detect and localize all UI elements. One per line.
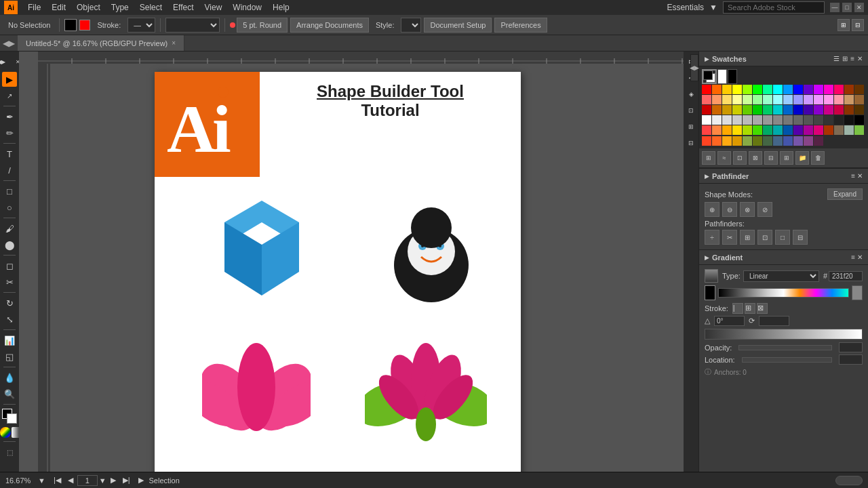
gradient-black-stop[interactable]: [705, 285, 715, 300]
menu-view[interactable]: View: [200, 1, 227, 14]
blob-brush-tool[interactable]: ⬤: [2, 237, 17, 252]
swatch-item[interactable]: [702, 136, 711, 146]
swatch-item[interactable]: [732, 115, 742, 125]
pencil-tool[interactable]: ✏: [2, 125, 17, 140]
panel-collapse-handle[interactable]: ◀▶: [690, 54, 698, 81]
swatch-item[interactable]: [844, 115, 854, 125]
zoom-tool[interactable]: 🔍: [2, 386, 17, 401]
swatch-item[interactable]: [834, 115, 844, 125]
pathfinder-collapse-arrow[interactable]: ▶: [705, 173, 709, 180]
swatch-tool-4[interactable]: ⊠: [749, 151, 762, 165]
stroke-select[interactable]: —: [127, 18, 155, 33]
swatch-item[interactable]: [783, 105, 793, 115]
ai-logo-menu[interactable]: Ai: [4, 1, 18, 14]
eraser-tool[interactable]: ◻: [2, 258, 17, 273]
menu-window[interactable]: Window: [228, 1, 267, 14]
page-dropdown-icon[interactable]: ▼: [99, 476, 106, 485]
align-icon[interactable]: ⊞: [837, 19, 850, 31]
swatch-item[interactable]: [763, 115, 772, 125]
menu-edit[interactable]: Edit: [47, 1, 71, 14]
swatch-item[interactable]: [804, 105, 813, 115]
close-button[interactable]: ✕: [854, 3, 864, 12]
swatch-item[interactable]: [743, 105, 752, 115]
dock-tool-6[interactable]: ⊟: [684, 136, 698, 150]
swatch-item[interactable]: [722, 115, 732, 125]
page-input[interactable]: [77, 475, 98, 486]
swatch-item[interactable]: [753, 115, 762, 125]
dock-tool-4[interactable]: ⊡: [684, 103, 698, 118]
swatch-item[interactable]: [814, 125, 823, 135]
swatch-item[interactable]: [773, 105, 783, 115]
gradient-color-bar[interactable]: [718, 288, 849, 298]
swatch-tool-5[interactable]: ⊟: [764, 151, 778, 165]
swatch-item[interactable]: [854, 115, 864, 125]
swatch-item[interactable]: [824, 105, 833, 115]
swatch-item[interactable]: [773, 115, 783, 125]
crop-btn[interactable]: ⊡: [757, 230, 772, 245]
stroke-btn-2[interactable]: ⊞: [745, 303, 755, 314]
swatch-tool-7[interactable]: 📁: [795, 151, 809, 165]
swatch-item[interactable]: [783, 85, 793, 94]
stroke-color-box[interactable]: [79, 20, 90, 30]
swatch-item[interactable]: [834, 105, 844, 115]
minus-back-btn[interactable]: ⊟: [793, 230, 808, 245]
pathfinder-close-icon[interactable]: ✕: [857, 172, 863, 180]
swatch-item[interactable]: [712, 136, 722, 146]
exclude-btn[interactable]: ⊘: [757, 202, 772, 217]
swatch-item[interactable]: [763, 85, 772, 94]
swatch-item[interactable]: [732, 85, 742, 94]
swatch-item[interactable]: [712, 95, 722, 104]
arrange-documents-btn[interactable]: Arrange Documents: [290, 18, 369, 33]
intersect-btn[interactable]: ⊗: [740, 202, 755, 217]
eyedropper-tool[interactable]: 💧: [2, 370, 17, 385]
color-mode-btn[interactable]: [0, 427, 11, 438]
menu-select[interactable]: Select: [135, 1, 167, 14]
outline-btn[interactable]: □: [775, 230, 790, 245]
swatches-close-icon[interactable]: ✕: [857, 55, 863, 62]
gradient-preview-box[interactable]: [705, 269, 718, 283]
swatch-tool-8[interactable]: 🗑: [811, 151, 825, 165]
swatch-item[interactable]: [824, 125, 833, 135]
divide-btn[interactable]: ÷: [705, 230, 719, 245]
swatch-item[interactable]: [814, 105, 823, 115]
swatch-item[interactable]: [722, 136, 732, 146]
first-page-btn[interactable]: |◀: [51, 475, 64, 485]
zoom-dropdown-icon[interactable]: ▼: [38, 476, 45, 485]
swatch-tool-6[interactable]: ⊞: [780, 151, 793, 165]
play-btn[interactable]: ▶: [138, 476, 144, 485]
graph-tool[interactable]: 📊: [2, 333, 17, 348]
swatch-item[interactable]: [702, 85, 711, 94]
swatch-item[interactable]: [854, 125, 864, 135]
dock-tool-3[interactable]: ◈: [684, 87, 698, 102]
swatch-item[interactable]: [722, 85, 732, 94]
angle-input[interactable]: [714, 316, 745, 326]
swatch-item[interactable]: [732, 136, 742, 146]
swatch-white[interactable]: [717, 69, 727, 84]
swatch-item[interactable]: [732, 105, 742, 115]
swatch-item[interactable]: [753, 105, 762, 115]
line-tool[interactable]: /: [2, 163, 17, 178]
reverse-input[interactable]: [759, 316, 789, 326]
opacity-input[interactable]: [839, 342, 863, 352]
swatch-item[interactable]: [834, 95, 844, 104]
location-slider[interactable]: [742, 357, 832, 363]
gradient-close-icon[interactable]: ✕: [857, 253, 863, 261]
swatch-item[interactable]: [743, 115, 752, 125]
gradient-menu-icon[interactable]: ≡: [851, 253, 855, 261]
preferences-btn[interactable]: Preferences: [494, 18, 547, 33]
rotate-tool[interactable]: ↻: [2, 296, 17, 310]
swatch-item[interactable]: [773, 125, 783, 135]
fill-color-box[interactable]: [64, 19, 77, 31]
swatch-tool-1[interactable]: ⊞: [702, 151, 715, 165]
menu-effect[interactable]: Effect: [168, 1, 198, 14]
swatch-item[interactable]: [814, 95, 823, 104]
swatch-item[interactable]: [783, 115, 793, 125]
next-page-btn[interactable]: ▶: [108, 475, 119, 485]
tab-close-btn[interactable]: ×: [172, 39, 176, 47]
swatch-item[interactable]: [743, 95, 752, 104]
swatch-item[interactable]: [804, 115, 813, 125]
swatch-item[interactable]: [854, 95, 864, 104]
hex-color-input[interactable]: [829, 271, 863, 281]
essentials-label[interactable]: Essentials: [667, 3, 704, 12]
swatch-item[interactable]: [753, 85, 762, 94]
